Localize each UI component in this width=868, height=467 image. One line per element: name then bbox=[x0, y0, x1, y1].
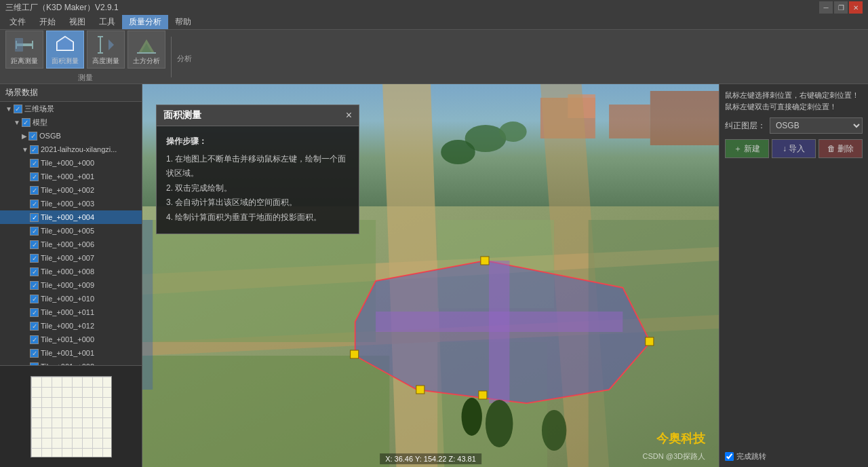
restore-button[interactable]: ❐ bbox=[834, 1, 848, 14]
cb-tile-000-009[interactable]: ✓ bbox=[30, 281, 39, 290]
checkbox-osgb[interactable]: ✓ bbox=[28, 132, 37, 141]
menu-help[interactable]: 帮助 bbox=[168, 15, 198, 29]
watermark: 今奥科技 bbox=[656, 430, 705, 447]
import-icon: ↓ bbox=[783, 144, 787, 153]
new-label: 新建 bbox=[744, 143, 760, 155]
tile-000-007[interactable]: ✓ Tile_+000_+007 bbox=[0, 251, 142, 265]
expand-icon-model: ▼ bbox=[14, 119, 20, 126]
import-button[interactable]: ↓ 导入 bbox=[772, 139, 816, 158]
tile-001-001[interactable]: ✓ Tile_+001_+001 bbox=[0, 346, 142, 360]
checkbox-3d[interactable]: ✓ bbox=[14, 105, 22, 113]
svg-marker-9 bbox=[108, 39, 114, 50]
delete-icon: 🗑 bbox=[827, 144, 835, 153]
tile-000-006[interactable]: ✓ Tile_+000_+006 bbox=[0, 238, 142, 251]
checkbox-model[interactable]: ✓ bbox=[22, 118, 31, 127]
close-button[interactable]: ✕ bbox=[849, 1, 863, 14]
import-label: 导入 bbox=[789, 143, 805, 155]
lbl-tile-000-009: Tile_+000_+009 bbox=[41, 281, 94, 289]
viewport[interactable]: 面积测量 × 操作步骤： 1. 在地图上不断单击并移动鼠标左键，绘制一个面状区域… bbox=[142, 84, 719, 467]
delete-button[interactable]: 🗑 删除 bbox=[818, 139, 863, 158]
dialog-title: 面积测量 bbox=[163, 109, 201, 122]
minimize-button[interactable]: ─ bbox=[819, 1, 833, 14]
distance-icon bbox=[14, 34, 35, 56]
scene-data-title: 场景数据 bbox=[0, 84, 142, 102]
lbl-tile-001-000: Tile_+001_+000 bbox=[41, 335, 94, 343]
action-buttons-row: ＋ 新建 ↓ 导入 🗑 删除 bbox=[725, 139, 863, 158]
expand-icon-3d: ▼ bbox=[5, 105, 12, 113]
tile-000-002[interactable]: ✓ Tile_+000_+002 bbox=[0, 183, 142, 197]
tile-000-010[interactable]: ✓ Tile_+000_+010 bbox=[0, 292, 142, 305]
cb-tile-000-002[interactable]: ✓ bbox=[30, 186, 39, 195]
cb-tile-000-010[interactable]: ✓ bbox=[30, 295, 39, 303]
cb-tile-000-006[interactable]: ✓ bbox=[30, 240, 39, 249]
left-sidebar: 场景数据 ▼ ✓ 三维场景 ▼ ✓ 模型 ▶ ✓ OSGB ▼ bbox=[0, 84, 142, 467]
right-panel: 鼠标左键选择刺位置，右键确定刺位置！鼠标左键双击可直接确定刺位置！ 纠正图层： … bbox=[719, 84, 868, 467]
tile-001-000[interactable]: ✓ Tile_+001_+000 bbox=[0, 333, 142, 346]
cb-tile-001-001[interactable]: ✓ bbox=[30, 349, 39, 358]
tree-model[interactable]: ▼ ✓ 模型 bbox=[0, 115, 142, 129]
cb-tile-000-001[interactable]: ✓ bbox=[30, 172, 39, 181]
tile-000-001[interactable]: ✓ Tile_+000_+001 bbox=[0, 170, 142, 183]
csdn-label: CSDN @3D探路人 bbox=[643, 451, 705, 462]
step-2: 2. 双击完成绘制。 bbox=[166, 181, 349, 196]
svg-rect-3 bbox=[15, 38, 23, 52]
dialog-close-button[interactable]: × bbox=[346, 110, 352, 121]
tile-000-011[interactable]: ✓ Tile_+000_+011 bbox=[0, 305, 142, 319]
tile-000-009[interactable]: ✓ Tile_+000_+009 bbox=[0, 278, 142, 292]
label-dataset: 2021-laihzou-xilangzi... bbox=[41, 145, 117, 153]
height-measure-button[interactable]: 高度测量 bbox=[87, 31, 125, 69]
distance-measure-button[interactable]: 距离测量 bbox=[5, 31, 43, 69]
label-3d-scene: 三维场景 bbox=[24, 104, 54, 114]
cb-tile-001-000[interactable]: ✓ bbox=[30, 335, 39, 344]
cb-tile-000-008[interactable]: ✓ bbox=[30, 267, 39, 276]
earthwork-button[interactable]: 土方分析 bbox=[127, 31, 165, 69]
menu-file[interactable]: 文件 bbox=[3, 15, 33, 29]
layer-select[interactable]: OSGB bbox=[770, 117, 863, 134]
tile-000-004[interactable]: ✓ Tile_+000_+004 bbox=[0, 210, 142, 224]
cb-tile-000-007[interactable]: ✓ bbox=[30, 254, 39, 263]
cb-tile-000-012[interactable]: ✓ bbox=[30, 322, 39, 331]
dialog-header: 面积测量 × bbox=[157, 105, 359, 126]
expand-icon-osgb: ▶ bbox=[22, 132, 27, 140]
tile-000-012[interactable]: ✓ Tile_+000_+012 bbox=[0, 319, 142, 333]
menu-view[interactable]: 视图 bbox=[62, 15, 92, 29]
menu-tools[interactable]: 工具 bbox=[92, 15, 122, 29]
cb-tile-000-005[interactable]: ✓ bbox=[30, 227, 39, 236]
toolbar-analysis-group: 分析 bbox=[177, 50, 192, 64]
area-measure-button[interactable]: 面积测量 bbox=[46, 31, 84, 69]
cb-tile-000-011[interactable]: ✓ bbox=[30, 308, 39, 317]
lbl-tile-000-002: Tile_+000_+002 bbox=[41, 186, 94, 194]
tile-000-008[interactable]: ✓ Tile_+000_+008 bbox=[0, 265, 142, 278]
tree-3d-scene[interactable]: ▼ ✓ 三维场景 bbox=[0, 102, 142, 115]
minimap bbox=[0, 365, 142, 467]
tile-000-003[interactable]: ✓ Tile_+000_+003 bbox=[0, 197, 142, 210]
step-3: 3. 会自动计算出该区域的空间面积。 bbox=[166, 195, 349, 210]
checkbox-dataset[interactable]: ✓ bbox=[30, 145, 39, 154]
lbl-tile-000-003: Tile_+000_+003 bbox=[41, 200, 94, 208]
menu-quality[interactable]: 质量分析 bbox=[122, 15, 168, 29]
step-1: 1. 在地图上不断单击并移动鼠标左键，绘制一个面状区域。 bbox=[166, 152, 349, 181]
tree-dataset[interactable]: ▼ ✓ 2021-laihzou-xilangzi... bbox=[0, 143, 142, 156]
lbl-tile-000-004: Tile_+000_+004 bbox=[41, 213, 94, 221]
window-controls: ─ ❐ ✕ bbox=[819, 1, 863, 14]
distance-label: 距离测量 bbox=[11, 57, 38, 65]
scene-tree: ▼ ✓ 三维场景 ▼ ✓ 模型 ▶ ✓ OSGB ▼ ✓ 2021-laihzo… bbox=[0, 102, 142, 365]
dialog-body: 操作步骤： 1. 在地图上不断单击并移动鼠标左键，绘制一个面状区域。 2. 双击… bbox=[157, 126, 359, 234]
complete-jump-checkbox[interactable] bbox=[725, 452, 734, 461]
cb-tile-000-000[interactable]: ✓ bbox=[30, 159, 39, 168]
expand-icon-dataset: ▼ bbox=[22, 146, 28, 153]
tile-000-000[interactable]: ✓ Tile_+000_+000 bbox=[0, 156, 142, 170]
new-button[interactable]: ＋ 新建 bbox=[725, 139, 769, 158]
cb-tile-000-003[interactable]: ✓ bbox=[30, 200, 39, 208]
toolbar-divider bbox=[171, 37, 172, 77]
label-model: 模型 bbox=[33, 117, 47, 128]
lbl-tile-001-001: Tile_+001_+001 bbox=[41, 349, 94, 357]
cb-tile-000-004[interactable]: ✓ bbox=[30, 213, 39, 222]
earthwork-icon bbox=[136, 34, 157, 56]
label-osgb: OSGB bbox=[39, 132, 61, 140]
tile-000-005[interactable]: ✓ Tile_+000_+005 bbox=[0, 224, 142, 238]
tree-osgb[interactable]: ▶ ✓ OSGB bbox=[0, 129, 142, 143]
coord-display: X: 36.46 Y: 154.22 Z: 43.81 bbox=[380, 453, 481, 464]
menu-start[interactable]: 开始 bbox=[33, 15, 62, 29]
tile-001-002[interactable]: ✓ Tile_+001_+002 bbox=[0, 360, 142, 365]
